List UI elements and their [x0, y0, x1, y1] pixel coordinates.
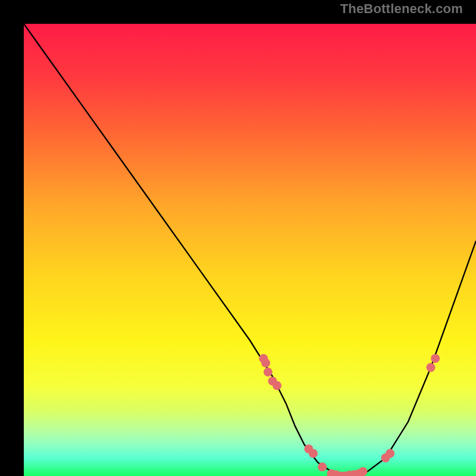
- data-point: [264, 368, 273, 377]
- data-point: [359, 467, 368, 476]
- chart-frame: [12, 12, 464, 464]
- data-point: [309, 449, 318, 458]
- data-point: [318, 462, 327, 471]
- watermark-text: TheBottleneck.com: [340, 1, 463, 17]
- data-point: [273, 381, 281, 390]
- bottleneck-chart: [24, 24, 476, 476]
- gradient-background: [24, 24, 476, 476]
- data-point: [431, 354, 440, 363]
- data-point: [261, 359, 270, 368]
- data-point: [427, 363, 436, 372]
- data-point: [386, 449, 394, 458]
